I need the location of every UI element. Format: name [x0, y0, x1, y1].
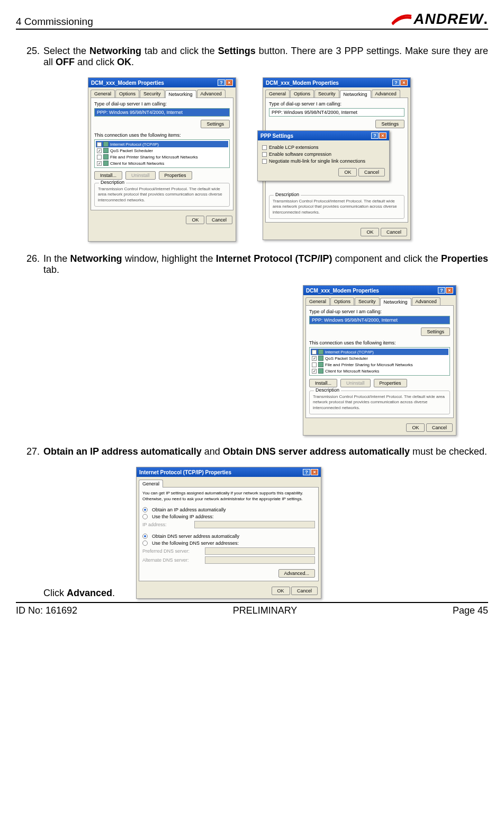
- footer-rule: [16, 602, 488, 603]
- tab-general[interactable]: General: [91, 90, 115, 98]
- obtain-dns-auto-radio[interactable]: [142, 534, 148, 539]
- page-header: 4 Commissioning ANDREW.: [16, 11, 488, 30]
- tab-networking[interactable]: Networking: [165, 90, 196, 98]
- use-dns-radio[interactable]: [142, 540, 148, 546]
- multilink-checkbox[interactable]: [262, 159, 267, 164]
- tab-advanced[interactable]: Advanced: [197, 90, 226, 98]
- screenshot-26: DCM_xxx_Modem Properties?× General Optio…: [16, 285, 456, 436]
- chapter-title: 4 Commissioning: [16, 16, 93, 28]
- step-25: 25. Select the Networking tab and click …: [26, 46, 488, 68]
- dialup-type-combo[interactable]: PPP: Windows 95/98/NT4/2000, Internet: [94, 108, 230, 117]
- ip-address-input: [194, 521, 315, 528]
- ppp-ok-button[interactable]: OK: [338, 168, 357, 176]
- uninstall-button: Uninstall: [125, 171, 156, 180]
- settings-button[interactable]: Settings: [201, 120, 230, 128]
- tcpip-properties-dialog: Internet Protocol (TCP/IP) Properties?× …: [136, 467, 321, 599]
- page-number: Page 45: [453, 605, 488, 616]
- ppp-settings-dialog: PPP Settings?× Enable LCP extensions Ena…: [257, 130, 390, 181]
- tab-security[interactable]: Security: [140, 90, 165, 98]
- tcpip-tab-general[interactable]: General: [139, 480, 163, 488]
- swcomp-checkbox[interactable]: [262, 152, 267, 157]
- use-ip-radio[interactable]: [142, 514, 148, 519]
- tcpip-cancel-button[interactable]: Cancel: [291, 587, 318, 595]
- page-footer: ID No: 161692 PRELIMINARY Page 45: [16, 605, 488, 616]
- screenshot-row-25: DCM_xxx_Modem Properties ?× General Opti…: [16, 77, 488, 242]
- dialog-titlebar[interactable]: DCM_xxx_Modem Properties ?×: [88, 78, 236, 87]
- obtain-ip-auto-radio[interactable]: [142, 507, 148, 512]
- doc-status: PRELIMINARY: [233, 605, 298, 616]
- install-button[interactable]: Install...: [94, 171, 122, 180]
- lcp-checkbox[interactable]: [262, 145, 267, 150]
- click-advanced-text: Click Advanced.: [43, 588, 115, 599]
- step-27: 27. Obtain an IP address automatically a…: [26, 446, 488, 457]
- brand-logo: ANDREW.: [391, 11, 488, 28]
- alternate-dns-input: [205, 556, 315, 564]
- ppp-cancel-button[interactable]: Cancel: [358, 168, 385, 176]
- tcpip-ok-button[interactable]: OK: [272, 587, 290, 595]
- properties-button[interactable]: Properties: [159, 171, 192, 180]
- advanced-button[interactable]: Advanced...: [278, 569, 316, 578]
- step-26: 26. In the Networking window, highlight …: [26, 253, 488, 276]
- preferred-dns-input: [205, 547, 315, 555]
- ok-button[interactable]: OK: [186, 216, 204, 224]
- tab-options[interactable]: Options: [115, 90, 139, 98]
- components-list[interactable]: Internet Protocol (TCP/IP) QoS Packet Sc…: [94, 139, 230, 168]
- andrew-swoosh-icon: [391, 13, 412, 25]
- modem-properties-dialog: DCM_xxx_Modem Properties ?× General Opti…: [88, 77, 236, 242]
- cancel-button[interactable]: Cancel: [206, 216, 232, 224]
- close-icon[interactable]: ×: [226, 79, 233, 86]
- help-icon[interactable]: ?: [218, 79, 225, 86]
- properties-button-26[interactable]: Properties: [374, 379, 407, 387]
- modem-properties-with-ppp: DCM_xxx_Modem Properties?× General Optio…: [257, 77, 416, 242]
- doc-id: ID No: 161692: [16, 605, 77, 616]
